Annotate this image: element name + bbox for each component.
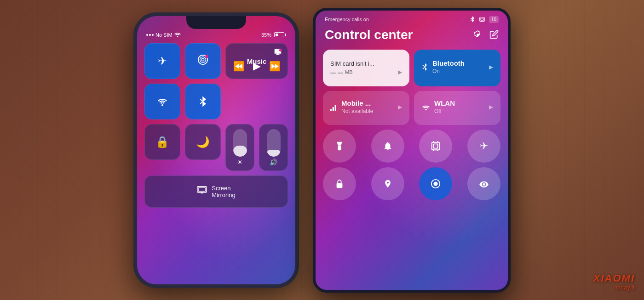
battery-percent: 35% [261, 32, 271, 38]
svg-line-7 [200, 102, 203, 104]
svg-point-31 [434, 182, 437, 185]
mobile-signal-icon [330, 102, 338, 112]
wlan-icon [421, 103, 431, 111]
svg-rect-10 [198, 188, 206, 192]
mobile-tile-sublabel: Not available [341, 108, 373, 114]
volume-fill [267, 150, 281, 157]
mobile-tile-label: Mobile ... [341, 99, 373, 107]
xiaomi-bt-icon [470, 16, 475, 23]
sim-arrow: ▶ [398, 69, 402, 75]
bt-arrow: ▶ [489, 64, 493, 70]
mobile-tile[interactable]: Mobile ... Not available ▶ [323, 91, 409, 125]
sim-dash [330, 73, 343, 74]
airplane-tile[interactable]: ✈ [144, 43, 180, 79]
signal-dots [146, 34, 154, 36]
svg-rect-23 [432, 142, 440, 150]
settings-icon[interactable] [473, 30, 483, 40]
svg-rect-22 [338, 145, 341, 150]
flashlight-button[interactable] [323, 130, 356, 163]
svg-rect-24 [434, 144, 438, 148]
svg-rect-29 [337, 183, 343, 188]
wlan-tile[interactable]: WLAN Off ▶ [414, 91, 500, 125]
wifi-tile[interactable] [144, 84, 180, 119]
rotation-lock-tile[interactable]: 🔒 [144, 124, 180, 160]
screenshot-button[interactable] [419, 130, 452, 163]
battery-icon [274, 32, 286, 37]
focus-icon [431, 179, 441, 189]
cc-left-block: ✈ [144, 43, 221, 119]
bluetooth-tile[interactable] [185, 84, 221, 119]
bt-tile-sublabel: On [432, 68, 465, 74]
svg-rect-19 [333, 107, 334, 111]
xiaomi-status-bar: Emergency calls on 10 [316, 11, 508, 26]
cc-title-row: Control center [316, 26, 508, 50]
wlan-arrow: ▶ [489, 104, 493, 110]
cc-title-action-icons [473, 30, 499, 40]
xiaomi-logo-text: XIAOMI [593, 272, 635, 284]
sim-tile-label: SIM card isn't i... [330, 60, 402, 67]
rewind-icon: ⏪ [233, 61, 245, 72]
volume-slider[interactable]: 🔊 [259, 124, 288, 171]
svg-line-6 [200, 99, 203, 102]
xiaomi-screen: Emergency calls on 10 [316, 11, 508, 290]
bluetooth-tile-icon [199, 96, 207, 107]
bt-tile-label: Bluetooth [432, 59, 465, 67]
edit-icon[interactable] [489, 30, 499, 39]
rotation-lock-icon: 🔒 [155, 136, 169, 148]
do-not-disturb-tile[interactable]: 🌙 [185, 124, 221, 160]
xcc-bottom-row [323, 167, 500, 200]
cellular-tile[interactable] [185, 43, 221, 79]
svg-rect-20 [335, 105, 336, 111]
lock-button[interactable] [323, 167, 356, 200]
alarm-button[interactable] [371, 130, 404, 163]
eye-button[interactable] [467, 167, 500, 200]
xcc-row-1: SIM card isn't i... MB ▶ [323, 50, 500, 86]
screen-mirroring-label: ScreenMirroring [212, 185, 235, 198]
iphone-status-right: 35% [261, 32, 286, 38]
wlan-tile-label: WLAN [434, 99, 455, 107]
volume-icon: 🔊 [270, 158, 277, 166]
fast-forward-icon: ⏩ [269, 61, 281, 72]
no-sim-label: No SIM [155, 32, 172, 38]
screen-mirroring-tile[interactable]: ScreenMirroring [144, 175, 288, 208]
svg-point-21 [425, 109, 426, 110]
svg-point-3 [201, 58, 204, 61]
sim-tile[interactable]: SIM card isn't i... MB ▶ [323, 50, 409, 86]
mobile-tile-header: Mobile ... Not available ▶ [330, 99, 402, 114]
volume-track [267, 129, 281, 157]
wifi-tile-icon [157, 97, 168, 106]
svg-line-11 [471, 18, 472, 19]
svg-rect-14 [481, 18, 483, 21]
bluetooth-tile[interactable]: Bluetooth On ▶ [414, 50, 500, 86]
svg-line-12 [471, 19, 472, 21]
bell-icon [383, 141, 393, 151]
brightness-fill [233, 146, 247, 157]
emergency-text: Emergency calls on [325, 17, 369, 22]
xiaomi-cc-grid: SIM card isn't i... MB ▶ [316, 50, 508, 200]
airplay-icon [274, 48, 282, 57]
scene: No SIM 35% [0, 0, 644, 300]
xcc-row-2: Mobile ... Not available ▶ [323, 91, 500, 125]
wlan-tile-sublabel: Off [434, 108, 455, 114]
airplane-icon: ✈ [158, 55, 167, 68]
cc-row-1: ✈ [144, 43, 288, 119]
location-button[interactable] [371, 167, 404, 200]
airplane-button[interactable]: ✈ [467, 130, 500, 163]
xiaomi-sim-icon [479, 17, 485, 22]
brightness-slider[interactable]: ☀ [225, 124, 254, 171]
brightness-icon: ☀ [237, 158, 243, 166]
lock-icon [335, 179, 344, 189]
screenshot-icon [431, 141, 441, 151]
xcc-icon-row: ✈ [323, 130, 500, 163]
music-tile[interactable]: Music ⏪ ▶ ⏩ [225, 43, 288, 79]
bt-tile-header: Bluetooth On ▶ [421, 59, 493, 74]
svg-line-17 [423, 67, 425, 69]
svg-rect-18 [330, 109, 332, 110]
eye-icon [479, 180, 489, 187]
svg-point-5 [161, 104, 163, 106]
xiaomi-device: Emergency calls on 10 [313, 8, 511, 293]
cc-row-3: ScreenMirroring [144, 175, 288, 208]
svg-point-8 [279, 49, 282, 51]
focus-button[interactable] [419, 167, 452, 200]
xiaomi-logo-domain: today.it [593, 284, 635, 291]
